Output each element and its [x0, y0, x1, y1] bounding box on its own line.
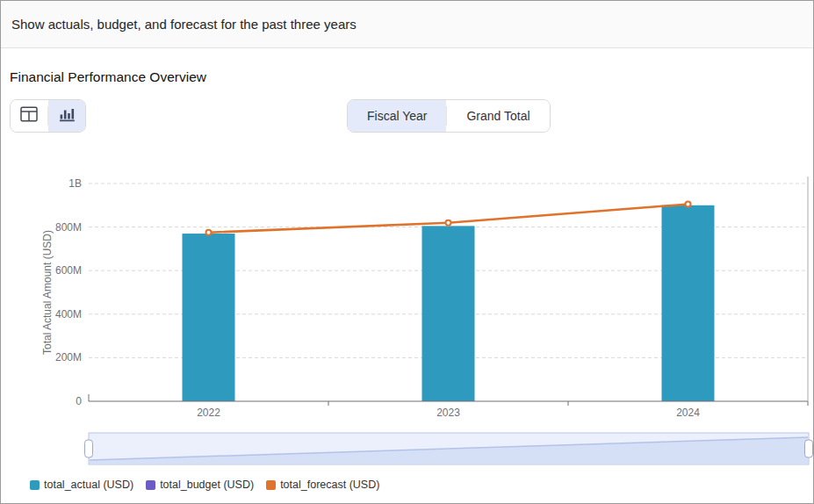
y-axis-tick-label: 400M: [55, 308, 82, 320]
dashboard-window: Show actuals, budget, and forecast for t…: [0, 0, 814, 504]
chart-legend: total_actual (USD)total_budget (USD)tota…: [30, 476, 379, 493]
forecast-point-2022[interactable]: [206, 230, 212, 235]
datazoom-handle-left[interactable]: [85, 440, 93, 457]
y-axis-tick-label: 0: [76, 395, 82, 407]
bar-2023[interactable]: [422, 226, 475, 401]
bar-2022[interactable]: [183, 234, 235, 401]
x-axis-tick-label: 2024: [676, 407, 700, 419]
forecast-point-2023[interactable]: [446, 220, 451, 226]
y-axis-tick-label: 600M: [55, 264, 82, 277]
y-axis-tick-label: 1B: [68, 177, 82, 190]
financial-chart: 0200M400M600M800M1BTotal Actual Amount (…: [1, 1, 814, 504]
y-axis-tick-label: 800M: [55, 221, 82, 234]
y-axis-title: Total Actual Amount (USD): [41, 230, 54, 355]
x-axis-tick-label: 2023: [436, 407, 460, 419]
legend-swatch: [30, 480, 40, 490]
y-axis-tick-label: 200M: [55, 351, 82, 364]
legend-item-total_actual[interactable]: total_actual (USD): [30, 479, 133, 491]
bar-2024[interactable]: [662, 205, 715, 401]
legend-label: total_budget (USD): [160, 479, 254, 491]
legend-label: total_actual (USD): [44, 479, 133, 491]
legend-item-total_forecast[interactable]: total_forecast (USD): [266, 479, 379, 491]
legend-swatch: [146, 480, 155, 490]
legend-item-total_budget[interactable]: total_budget (USD): [146, 479, 254, 491]
x-axis-tick-label: 2022: [197, 407, 220, 419]
forecast-point-2024[interactable]: [686, 202, 691, 207]
datazoom-handle-right[interactable]: [805, 440, 813, 457]
legend-label: total_forecast (USD): [280, 479, 379, 491]
legend-swatch: [266, 480, 276, 490]
